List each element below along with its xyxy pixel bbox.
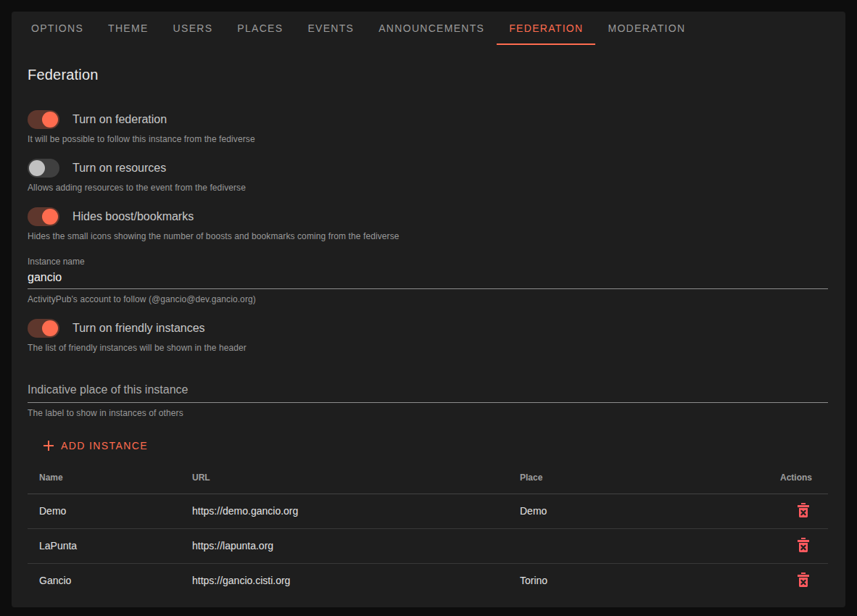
add-instance-button[interactable]: Add Instance: [39, 435, 154, 457]
plus-icon: [42, 439, 55, 452]
friendly-instances-toggle-block: Turn on friendly instances The list of f…: [28, 319, 828, 353]
instance-place-hint: The label to show in instances of others: [28, 408, 828, 418]
delete-instance-button[interactable]: [795, 571, 812, 588]
page-title: Federation: [28, 67, 828, 83]
hide-boost-toggle-block: Hides boost/bookmarks Hides the small ic…: [28, 207, 828, 241]
federation-settings: Federation Turn on federation It will be…: [12, 67, 845, 598]
cell-place: Demo: [508, 494, 755, 528]
turn-on-friendly-instances-toggle[interactable]: [28, 319, 59, 338]
cell-name: LaPunta: [28, 528, 181, 563]
instances-table: Name URL Place Actions Demo https://demo…: [28, 462, 828, 598]
tab-options[interactable]: Options: [19, 12, 96, 45]
instance-name-field-block: Instance name ActivityPub's account to f…: [28, 257, 828, 304]
toggle-hint: The list of friendly instances will be s…: [28, 343, 828, 353]
header-name: Name: [28, 462, 181, 494]
tab-moderation[interactable]: Moderation: [595, 12, 697, 45]
add-instance-label: Add Instance: [61, 440, 148, 451]
delete-instance-button[interactable]: [795, 536, 812, 554]
tab-announcements[interactable]: Announcements: [366, 12, 497, 45]
header-url: URL: [181, 462, 508, 494]
trash-icon: [795, 501, 812, 519]
instance-place-field-block: The label to show in instances of others: [28, 379, 828, 418]
header-actions: Actions: [755, 462, 828, 494]
toggle-label: Turn on federation: [73, 113, 167, 126]
instance-name-input[interactable]: [28, 270, 828, 289]
cell-place: [508, 528, 755, 563]
toggle-label: Turn on resources: [73, 162, 166, 175]
cell-place: Torino: [508, 563, 755, 598]
cell-url: https://gancio.cisti.org: [181, 563, 508, 598]
toggle-knob: [42, 112, 58, 128]
delete-instance-button[interactable]: [795, 501, 812, 519]
cell-url: https://demo.gancio.org: [181, 494, 508, 528]
toggle-knob: [42, 320, 58, 336]
admin-tabbar: Options Theme Users Places Events Announ…: [12, 12, 845, 45]
turn-on-federation-toggle[interactable]: [28, 110, 59, 129]
toggle-hint: Hides the small icons showing the number…: [28, 231, 828, 241]
toggle-hint: Allows adding resources to the event fro…: [28, 183, 828, 193]
tab-places[interactable]: Places: [225, 12, 295, 45]
tab-theme[interactable]: Theme: [96, 12, 161, 45]
trash-icon: [795, 536, 812, 554]
instance-name-label: Instance name: [28, 257, 828, 267]
hides-boost-bookmarks-toggle[interactable]: [28, 207, 59, 226]
tab-events[interactable]: Events: [295, 12, 366, 45]
table-row: LaPunta https://lapunta.org: [28, 528, 828, 563]
toggle-hint: It will be possible to follow this insta…: [28, 134, 828, 144]
cell-url: https://lapunta.org: [181, 528, 508, 563]
tab-users[interactable]: Users: [161, 12, 225, 45]
table-header-row: Name URL Place Actions: [28, 462, 828, 494]
cell-name: Demo: [28, 494, 181, 528]
resources-toggle-block: Turn on resources Allows adding resource…: [28, 159, 828, 193]
trash-icon: [795, 571, 812, 588]
admin-panel-card: Options Theme Users Places Events Announ…: [12, 12, 845, 607]
toggle-label: Turn on friendly instances: [73, 322, 205, 335]
toggle-knob: [29, 160, 45, 176]
turn-on-resources-toggle[interactable]: [28, 159, 59, 178]
cell-name: Gancio: [28, 563, 181, 598]
toggle-label: Hides boost/bookmarks: [73, 210, 194, 223]
table-row: Gancio https://gancio.cisti.org Torino: [28, 563, 828, 598]
instance-place-input[interactable]: [28, 379, 828, 403]
federation-toggle-block: Turn on federation It will be possible t…: [28, 110, 828, 144]
instance-name-hint: ActivityPub's account to follow (@gancio…: [28, 294, 828, 304]
table-row: Demo https://demo.gancio.org Demo: [28, 494, 828, 528]
header-place: Place: [508, 462, 755, 494]
tab-federation[interactable]: Federation: [497, 12, 595, 45]
toggle-knob: [42, 209, 58, 225]
